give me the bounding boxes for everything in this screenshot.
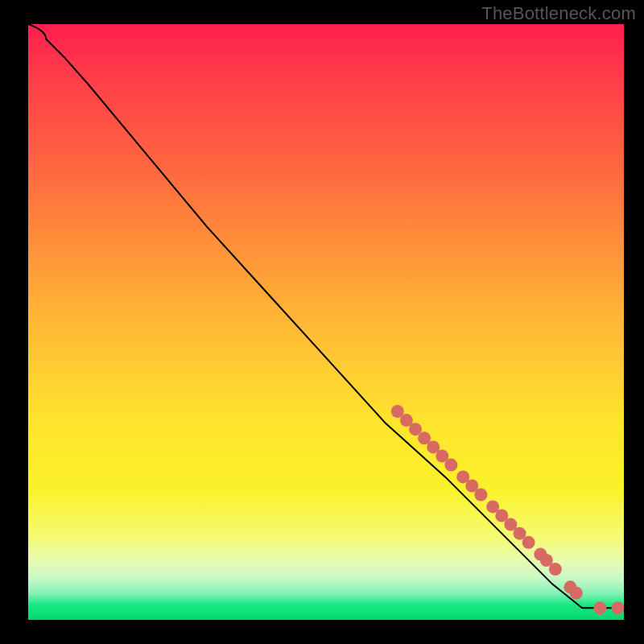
marker-group	[391, 405, 624, 614]
chart-overlay-svg	[28, 24, 624, 620]
bottleneck-curve	[28, 24, 624, 608]
plot-area	[28, 24, 624, 620]
data-marker	[570, 587, 583, 600]
watermark-text: TheBottleneck.com	[481, 3, 636, 24]
data-marker	[474, 489, 487, 502]
data-marker	[444, 459, 457, 472]
chart-stage: TheBottleneck.com	[0, 0, 644, 644]
data-marker	[522, 536, 535, 549]
data-marker	[612, 601, 624, 614]
data-marker	[593, 601, 606, 614]
data-marker	[549, 563, 562, 576]
